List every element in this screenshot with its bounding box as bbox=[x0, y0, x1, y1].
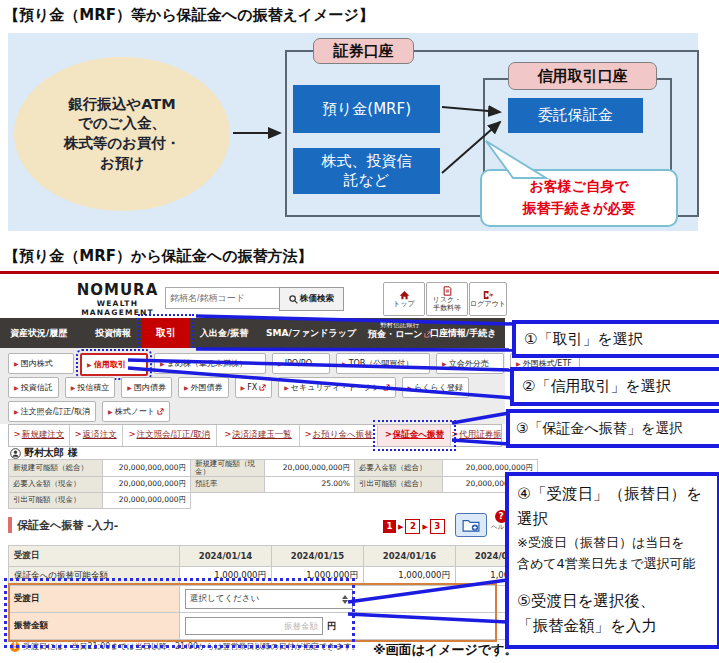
triangle-icon: ▶ bbox=[241, 379, 246, 397]
subtab-to-collateral-active[interactable]: >保証金へ振替 bbox=[378, 425, 451, 446]
external-link-icon bbox=[259, 384, 266, 391]
nav-assets[interactable]: 資産状況/履歴 bbox=[10, 318, 67, 348]
annotation-step3: ③「保証金へ振替」を選択 bbox=[506, 409, 719, 448]
triangle-icon: ▶ bbox=[184, 379, 189, 397]
main-nav: 資産状況/履歴 投資情報 取引 入出金/振替 SMA/ファンドラップ 野村信託銀… bbox=[0, 318, 505, 348]
self-procedure-bubble: お客様ご自身で 振替手続きが必要 bbox=[480, 169, 678, 227]
transfer-diagram: 銀行振込やATM でのご入金、 株式等のお買付・ お預け 証券口座 預り金(MR… bbox=[8, 33, 698, 231]
yen-unit: 円 bbox=[327, 620, 336, 633]
step-3-badge: 3 bbox=[430, 519, 445, 534]
ellipse-line3: 株式等のお買付・ bbox=[14, 134, 230, 154]
select-placeholder: 選択してください bbox=[190, 593, 259, 605]
subtab-order-inquiry[interactable]: >注文照会/訂正/取消 bbox=[123, 425, 218, 446]
menu-margin-trading[interactable]: ▶信用取引 bbox=[80, 353, 148, 376]
table-row: 引出可能額（現金） 20,000,000,000円 bbox=[9, 492, 538, 508]
nav-trade-active[interactable]: 取引 bbox=[142, 318, 190, 348]
bubble-line2: 振替手続きが必要 bbox=[482, 198, 676, 220]
person-icon bbox=[10, 448, 21, 459]
triangle-icon: ▶ bbox=[87, 356, 92, 374]
annotation-step4-line2: 選択 bbox=[517, 507, 717, 532]
chevron-icon: > bbox=[128, 429, 135, 439]
menu-mame-stock[interactable]: ▶まめ株（単元未満株） bbox=[154, 353, 266, 374]
logout-button[interactable]: ログアウト bbox=[469, 282, 507, 316]
save-conditions-button[interactable] bbox=[455, 513, 487, 537]
collateral-box: 委託保証金 bbox=[508, 98, 643, 133]
subtab-repayment[interactable]: >返済注文 bbox=[70, 425, 123, 446]
nav-trust-bank[interactable]: 野村信託銀行 預金・ローン bbox=[368, 321, 431, 340]
risk-fees-button[interactable]: リスク・ 手数料等 bbox=[426, 282, 468, 316]
customer-name-label: 野村太郎 様 bbox=[24, 446, 77, 460]
transfer-section-title: 保証金へ振替 -入力- bbox=[17, 518, 118, 533]
margin-subtabs: >新規建注文 >返済注文 >注文照会/訂正/取消 >決済済建玉一覧 >お預り金へ… bbox=[8, 424, 502, 447]
annotation-step1: ①「取引」を選択 bbox=[512, 320, 719, 358]
menu-domestic-stock[interactable]: ▶国内株式 bbox=[8, 353, 74, 374]
nomura-logo: NOMURA WEALTH MANAGEMENT bbox=[60, 281, 175, 317]
stocks-box: 株式、投資信 託など bbox=[293, 148, 440, 194]
menu-offhours-sale[interactable]: ▶立会外分売 bbox=[436, 353, 504, 374]
section-accent-bar bbox=[8, 517, 12, 533]
search-button-label: 株価検索 bbox=[300, 293, 334, 305]
ellipse-line4: お預け bbox=[14, 154, 230, 174]
magnifier-icon bbox=[289, 295, 298, 304]
step-arrow-icon: ▶ bbox=[398, 523, 403, 531]
table-row: 必要入金額（現金） 20,000,000,000円 預託率 25.00% 引出可… bbox=[9, 476, 538, 492]
nav-deposit-withdraw[interactable]: 入出金/振替 bbox=[200, 318, 248, 348]
triangle-icon: ▶ bbox=[442, 355, 447, 373]
annotation-step4-note2: 含めて4営業日先まで選択可能 bbox=[517, 553, 717, 574]
menu-domestic-bond[interactable]: ▶国内債券 bbox=[121, 377, 172, 398]
deposit-source-ellipse: 銀行振込やATM でのご入金、 株式等のお買付・ お預け bbox=[14, 57, 230, 211]
subtab-new-position[interactable]: >新規建注文 bbox=[9, 425, 70, 446]
triangle-icon: ▶ bbox=[14, 379, 19, 397]
annotation-step4-note1: ※受渡日（振替日）は当日を bbox=[517, 532, 717, 553]
chevron-icon: > bbox=[305, 429, 312, 439]
stocks-box-line2: 託など bbox=[293, 171, 440, 190]
menu-fx[interactable]: ▶FX bbox=[235, 377, 273, 398]
step-1-badge: 1 bbox=[383, 520, 396, 533]
nav-account-info[interactable]: 口座情報/手続き bbox=[430, 318, 497, 348]
top-button[interactable]: トップ bbox=[383, 282, 425, 316]
ellipse-line2: でのご入金、 bbox=[14, 114, 230, 134]
step-arrow-icon: ▶ bbox=[422, 523, 427, 531]
risk-fees-label1: リスク・ bbox=[433, 296, 462, 304]
select-updown-icon bbox=[342, 595, 348, 604]
triangle-icon: ▶ bbox=[14, 355, 19, 373]
settlement-date-select[interactable]: 選択してください bbox=[185, 589, 353, 609]
nav-sma-wrap[interactable]: SMA/ファンドラップ bbox=[266, 318, 356, 348]
note-text: 受渡日には、当日21:00までは当日以降、21:00からは翌営業日以降の日付が指… bbox=[23, 641, 360, 652]
menu-easy-registration[interactable]: ▶らくらく登録 bbox=[402, 377, 469, 398]
stock-search-button[interactable]: 株価検索 bbox=[279, 287, 344, 311]
triangle-icon: ▶ bbox=[71, 379, 76, 397]
menu-security-token[interactable]: ▶セキュリティ・トークン bbox=[278, 377, 395, 398]
menu-ipo-po[interactable]: ▶IPO/PO bbox=[272, 353, 330, 374]
stock-search-input[interactable] bbox=[165, 287, 281, 309]
trust-bank-label: 預金・ローン bbox=[368, 329, 422, 340]
triangle-icon: ▶ bbox=[127, 379, 132, 397]
chevron-icon: > bbox=[385, 429, 392, 439]
securities-account-label: 証券口座 bbox=[313, 38, 414, 64]
ellipse-line1: 銀行振込やATM bbox=[14, 95, 230, 115]
table-header-row: 受渡日 2024/01/14 2024/01/15 2024/01/16 202… bbox=[9, 546, 548, 567]
subtab-to-deposit[interactable]: >お預り金へ振替 bbox=[300, 425, 379, 446]
logout-button-label: ログアウト bbox=[470, 300, 506, 308]
chevron-icon: > bbox=[224, 429, 231, 439]
diagram-title: 【預り金（MRF）等から保証金への振替えイメージ】 bbox=[4, 6, 374, 25]
annotation-step4-5: ④「受渡日」（振替日）を 選択 ※受渡日（振替日）は当日を 含めて4営業日先まで… bbox=[505, 472, 719, 649]
settlement-date-note: ! 受渡日には、当日21:00までは当日以降、21:00からは翌営業日以降の日付… bbox=[10, 641, 360, 652]
menu-stock-note[interactable]: ▶株式ノート bbox=[102, 401, 170, 422]
trust-bank-small-label: 野村信託銀行 bbox=[368, 321, 431, 329]
triangle-icon: ▶ bbox=[284, 379, 289, 397]
menu-investment-trust[interactable]: ▶投資信託 bbox=[8, 377, 59, 398]
menu-foreign-bond[interactable]: ▶外国債券 bbox=[178, 377, 229, 398]
bubble-line1: お客様ご自身で bbox=[482, 176, 676, 198]
subtab-settled-positions[interactable]: >決済済建玉一覧 bbox=[217, 425, 300, 446]
transfer-amount-input[interactable] bbox=[185, 617, 323, 635]
menu-fund-accumulation[interactable]: ▶投信積立 bbox=[65, 377, 116, 398]
annotation-step5-line2: 「振替金額」を入力 bbox=[517, 614, 717, 639]
subtab-substitute-securities[interactable]: >代用証券振替 bbox=[451, 425, 501, 446]
menu-tob[interactable]: ▶TOB（公開買付） bbox=[336, 353, 430, 374]
available-amount-row: 保証金への振替可能金額 1,000,000円 1,000,000円 1,000,… bbox=[9, 567, 548, 586]
nav-invest-info[interactable]: 投資情報 bbox=[95, 318, 131, 348]
margin-account-summary: 新規建可能額（総合） 20,000,000,000円 新規建可能額（現金） 20… bbox=[8, 459, 538, 509]
external-link-icon bbox=[383, 384, 390, 391]
menu-order-inquiry[interactable]: ▶注文照会/訂正/取消 bbox=[8, 401, 96, 422]
